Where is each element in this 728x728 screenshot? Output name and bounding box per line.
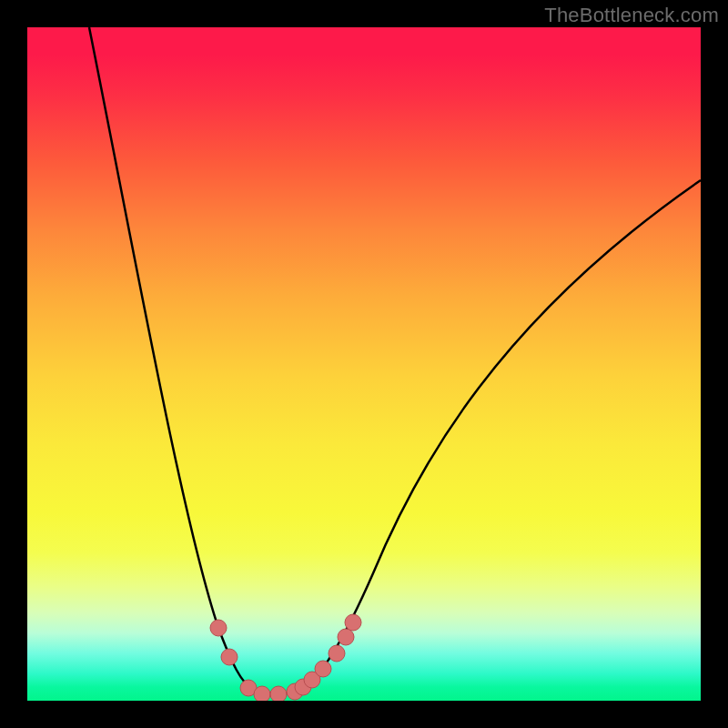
marker-dot [221, 649, 238, 665]
watermark-text: TheBottleneck.com [544, 4, 719, 27]
marker-dot [210, 620, 227, 636]
marker-dot [254, 686, 270, 701]
marker-dot [270, 686, 287, 701]
marker-dot [345, 614, 361, 631]
marker-dot [315, 661, 331, 677]
marker-dot [338, 629, 354, 645]
chart-frame: TheBottleneck.com [0, 0, 728, 728]
bottleneck-curve [89, 27, 701, 694]
plot-area [27, 27, 701, 701]
curve-layer [27, 27, 701, 701]
curve-markers [210, 614, 361, 701]
marker-dot [329, 645, 345, 662]
